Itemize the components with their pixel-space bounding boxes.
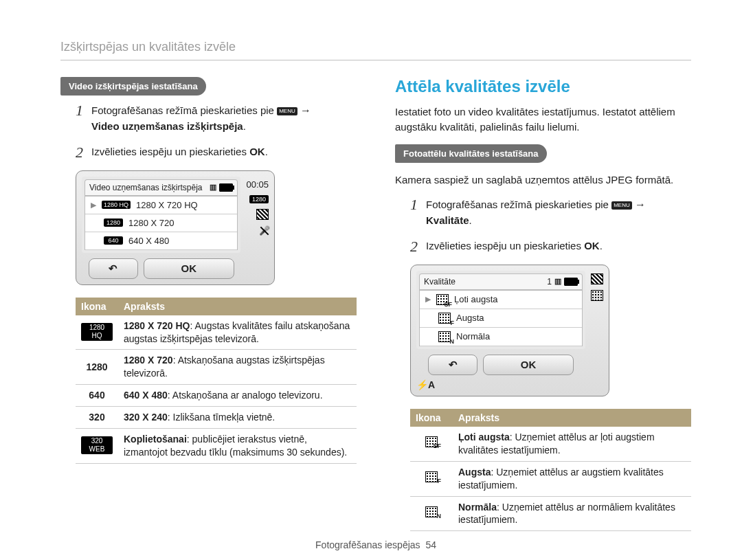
device-option-1280hq[interactable]: ▶ 1280 HQ 1280 X 720 HQ [85, 197, 237, 214]
shot-count: 1 [547, 277, 552, 287]
step-number: 1 [410, 197, 418, 229]
option-label: Augsta [456, 313, 484, 323]
device-option-1280[interactable]: 1280 1280 X 720 [85, 214, 237, 232]
cell-bold: 1280 X 720 [124, 355, 173, 366]
page-footer: Fotografēšanas iespējas 54 [60, 531, 691, 560]
option-label: Ļoti augsta [454, 294, 498, 304]
battery-icon [564, 278, 578, 286]
arrow-icon: → [635, 199, 646, 210]
arrow-icon: → [300, 104, 311, 116]
step-end: . [469, 214, 472, 226]
step-number: 2 [76, 144, 83, 161]
ok-icon: OK [249, 144, 265, 160]
footer-section: Fotografēšanas iespējas [315, 539, 420, 550]
res-icon: 1280 [86, 361, 107, 372]
device-status-icons [591, 271, 603, 375]
right-step-1: 1 Fotografēšanas režīmā pieskarieties pi… [410, 197, 691, 229]
res-icon: 1280 HQ [102, 201, 131, 209]
cell-text: : Izlikšana tīmekļa vietnē. [168, 412, 275, 423]
table-row: 1280 1280 X 720: Atskaņošana augstas izš… [76, 350, 357, 385]
table-row: 1280 HQ 1280 X 720 HQ: Augstas kvalitāte… [76, 315, 357, 350]
cell-bold: 1280 X 720 HQ [124, 320, 190, 331]
step-end: . [265, 146, 268, 157]
step-number: 1 [76, 102, 83, 135]
device-option-superfine[interactable]: ▶ SF Ļoti augsta [420, 291, 582, 309]
mic-off-icon [259, 225, 269, 236]
device-back-button[interactable]: ↶ [428, 355, 477, 375]
flash-auto-icon: ⚡A [416, 379, 599, 390]
sd-icon: ▥ [210, 183, 216, 192]
tag-video-res: Video izšķirtspējas iestatīšana [60, 77, 206, 96]
cell-bold: Normāla [458, 502, 497, 513]
ok-icon: OK [584, 238, 600, 254]
device-option-normal[interactable]: N Normāla [420, 328, 582, 346]
step-bold: Video uzņemšanas izšķirtspēja [91, 120, 243, 132]
cell-bold: Koplietošanai [124, 434, 187, 445]
res-icon: 640 [104, 236, 123, 245]
step-number: 2 [410, 238, 418, 255]
cell-bold: 640 X 480 [124, 390, 168, 401]
table-header-desc: Apraksts [118, 298, 357, 315]
rec-time: 00:05 [246, 179, 269, 190]
quality-icon: F [438, 313, 451, 324]
sd-icon: ▥ [554, 277, 561, 286]
left-step-1: 1 Fotografēšanas režīmā pieskarieties pi… [76, 102, 357, 135]
step-text: Izvēlieties iespēju un pieskarieties [426, 240, 584, 251]
res-icon: 640 [89, 390, 104, 401]
device-ok-button[interactable]: OK [144, 258, 234, 279]
quality-icon: SF [436, 294, 449, 305]
cell-bold: 320 X 240 [124, 412, 168, 423]
quality-status-icon [591, 290, 603, 301]
left-column: Video izšķirtspējas iestatīšana 1 Fotogr… [60, 77, 357, 531]
selected-indicator-icon: ▶ [425, 295, 431, 304]
intro-paragraph: Iestatiet foto un video kvalitātes iesta… [395, 104, 691, 135]
res-status-icon: 1280 [249, 195, 269, 203]
device-ok-button[interactable]: OK [483, 355, 574, 375]
menu-icon: MENU [277, 107, 297, 115]
table-header-desc: Apraksts [453, 409, 691, 427]
table-header-icon: Ikona [410, 409, 453, 427]
video-res-table: Ikona Apraksts 1280 HQ 1280 X 720 HQ: Au… [76, 298, 357, 464]
cell-text: : Atskaņošana ar analogo televizoru. [168, 390, 323, 401]
step-bold: Kvalitāte [426, 214, 469, 226]
cell-bold: Ļoti augsta [458, 432, 510, 443]
page-header: Izšķirtspējas un kvalitātes izvēle [60, 40, 691, 60]
table-row: 320 320 X 240: Izlikšana tīmekļa vietnē. [76, 407, 357, 429]
option-label: 1280 X 720 [128, 218, 175, 228]
right-step-2: 2 Izvēlieties iespēju un pieskarieties O… [410, 238, 691, 255]
table-header-icon: Ikona [76, 298, 118, 315]
device-option-list: ▶ 1280 HQ 1280 X 720 HQ 1280 1280 X 720 [85, 197, 238, 250]
step-end: . [600, 240, 603, 251]
section-title: Attēla kvalitātes izvēle [395, 77, 691, 96]
page-number: 54 [425, 539, 436, 550]
device-title: Video uzņemšanas izšķirtspēja [89, 183, 203, 192]
table-row: SF Ļoti augsta: Uzņemiet attēlus ar ļoti… [410, 427, 691, 461]
selected-indicator-icon: ▶ [91, 201, 96, 210]
step-text: Fotografēšanas režīmā pieskarieties pie [91, 104, 277, 116]
step-text: Izvēlieties iespēju un pieskarieties [91, 146, 249, 157]
device-screenshot-quality: Kvalitāte 1 ▥ ▶ SF [410, 265, 609, 396]
left-step-2: 2 Izvēlieties iespēju un pieskarieties O… [76, 144, 357, 161]
size-status-icon [591, 273, 603, 284]
res-icon: 1280 [104, 219, 123, 227]
battery-icon [219, 183, 233, 192]
frame-rate-icon [256, 209, 269, 220]
res-icon: 320 [89, 412, 104, 423]
device-option-fine[interactable]: F Augsta [420, 309, 582, 328]
device-screenshot-video: Video uzņemšanas izšķirtspēja ▥ ▶ 1280 H… [76, 170, 275, 285]
device-title: Kvalitāte [424, 277, 456, 287]
res-icon: 1280 HQ [81, 323, 113, 341]
device-option-640[interactable]: 640 640 X 480 [85, 232, 237, 250]
note-paragraph: Kamera saspiež un saglabā uzņemtos attēl… [395, 172, 691, 188]
device-back-button[interactable]: ↶ [89, 258, 138, 279]
device-status-icons: 00:05 1280 [246, 177, 269, 279]
quality-table: Ikona Apraksts SF Ļoti augsta: Uzņemiet … [410, 409, 691, 531]
table-row: 320 WEB Koplietošanai: publicējiet ierak… [76, 429, 357, 464]
res-icon: 320 WEB [81, 436, 113, 454]
quality-icon: SF [425, 436, 438, 447]
quality-icon: N [438, 331, 451, 342]
tag-photo-quality: Fotoattēlu kvalitātes iestatīšana [395, 144, 547, 163]
quality-icon: N [425, 506, 438, 517]
menu-icon: MENU [611, 201, 632, 210]
cell-bold: Augsta [458, 467, 491, 478]
